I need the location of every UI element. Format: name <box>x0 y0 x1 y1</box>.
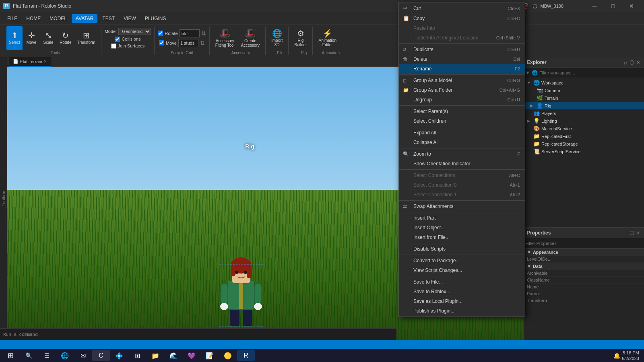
start-button[interactable]: ⊞ <box>2 350 19 361</box>
move-tool-button[interactable]: ✛ Move <box>23 26 39 50</box>
create-accessory-button[interactable]: 🎩 Create Accessory <box>239 26 262 50</box>
tree-item-lighting[interactable]: ▶ 💡 Lighting <box>524 117 644 125</box>
sticky-notes-taskbar-button[interactable]: 📝 <box>201 350 219 361</box>
notification-icon[interactable]: 🔔 <box>613 352 620 359</box>
roblox-taskbar-button[interactable]: R <box>237 350 255 361</box>
context-view-script-changes[interactable]: View Script Changes... <box>399 265 525 275</box>
file-explorer-taskbar-button[interactable]: 📁 <box>147 350 164 361</box>
rotate-snap-checkbox[interactable] <box>158 31 163 36</box>
context-group-folder[interactable]: 📁 Group As a Folder Ctrl+Alt+G <box>399 85 525 95</box>
properties-popout-button[interactable]: ⬡ <box>629 230 635 236</box>
rotate-value-input[interactable] <box>180 29 200 37</box>
filter-icon: ▼ <box>525 70 530 76</box>
close-button[interactable]: ✕ <box>622 0 641 12</box>
context-group-model[interactable]: ◻ Group As a Model Ctrl+G <box>399 76 525 85</box>
import-3d-button[interactable]: 🌐 Import 3D <box>269 26 285 50</box>
menu-view[interactable]: VIEW <box>120 14 140 23</box>
explorer-filter-input[interactable] <box>539 70 642 75</box>
menu-file[interactable]: FILE <box>3 14 21 23</box>
tree-item-players[interactable]: 👥 Players <box>524 109 644 117</box>
tree-item-terrain[interactable]: 🌿 Terrain <box>524 94 644 102</box>
menu-model[interactable]: MODEL <box>45 14 71 23</box>
context-convert-to-package[interactable]: Convert to Package... <box>399 256 525 265</box>
edge-taskbar-button[interactable]: 🌊 <box>165 350 182 361</box>
context-save-to-file[interactable]: Save to File... <box>399 277 525 287</box>
minimize-button[interactable]: ─ <box>585 0 604 12</box>
context-insert-part[interactable]: Insert Part <box>399 213 525 223</box>
tree-item-workspace[interactable]: ▼ 🌐 Workspace <box>524 79 644 86</box>
windows-store-taskbar-button[interactable]: ⊞ <box>128 350 146 361</box>
vs-taskbar-button[interactable]: 💜 <box>183 350 200 361</box>
rig-builder-button[interactable]: ⚙ Rig Builder <box>292 26 309 50</box>
canva-taskbar-button[interactable]: C <box>92 350 110 361</box>
transform-tool-button[interactable]: ⊞ Transform <box>74 26 97 50</box>
data-section-header[interactable]: ▼ Data <box>524 263 644 270</box>
menu-home[interactable]: HOME <box>22 14 45 23</box>
tree-item-camera[interactable]: 📷 Camera <box>524 86 644 94</box>
context-rename[interactable]: Rename F2 <box>399 64 525 74</box>
tree-item-materialservice[interactable]: 🎨 MaterialService <box>524 125 644 132</box>
group-model-label: Group As a Model <box>413 78 504 83</box>
select-connections-shortcut: Alt+C <box>509 173 520 178</box>
flat-terrain-tab[interactable]: 📄 Flat Terrain × <box>9 57 51 67</box>
output-prompt[interactable]: Run a command <box>3 332 38 337</box>
workspace-arrow: ▼ <box>527 80 532 85</box>
context-disable-scripts[interactable]: Disable Scripts <box>399 244 525 254</box>
tab-close-button[interactable]: × <box>44 59 47 64</box>
tree-item-serverscriptservice[interactable]: 📜 ServerScriptService <box>524 148 644 155</box>
move-value-input[interactable] <box>178 39 198 47</box>
menu-plugins[interactable]: PLUGINS <box>141 14 170 23</box>
app-yellow-taskbar-button[interactable]: 🟡 <box>219 350 237 361</box>
properties-close-button[interactable]: × <box>636 230 641 236</box>
context-insert-from-file[interactable]: Insert from File... <box>399 232 525 242</box>
context-insert-object[interactable]: Insert Object... <box>399 223 525 232</box>
context-collapse-all[interactable]: Collapse All <box>399 138 525 147</box>
context-select-children[interactable]: Select Children <box>399 116 525 126</box>
context-expand-all[interactable]: Expand All <box>399 128 525 138</box>
tree-item-replicatedfirst[interactable]: 📁 ReplicatedFirst <box>524 132 644 140</box>
search-button[interactable]: 🔍 <box>20 350 37 361</box>
tree-item-rig[interactable]: ▶ 👤 Rig <box>524 102 644 109</box>
collisions-checkbox[interactable] <box>115 37 120 42</box>
context-cut[interactable]: ✂ Cut Ctrl+X <box>399 3 525 13</box>
explorer-close-button[interactable]: × <box>636 59 641 66</box>
properties-controls: ⬡ × <box>629 230 641 236</box>
tree-item-replicatedstorage[interactable]: 📁 ReplicatedStorage <box>524 140 644 148</box>
context-duplicate[interactable]: ⧉ Duplicate Ctrl+D <box>399 45 525 54</box>
context-show-orientation[interactable]: Show Orientation Indicator <box>399 159 525 169</box>
explorer-filter-button[interactable]: ⌕ <box>623 59 628 66</box>
explorer-popout-button[interactable]: ⬡ <box>629 59 635 66</box>
context-delete[interactable]: 🗑 Delete Del <box>399 54 525 64</box>
context-save-to-roblox[interactable]: Save to Roblox... <box>399 287 525 296</box>
appearance-section-header[interactable]: ▼ Appearance <box>524 249 644 256</box>
parent-name: Parent <box>527 291 567 296</box>
maximize-button[interactable]: □ <box>604 0 622 12</box>
context-zoom-to[interactable]: 🔍 Zoom to F <box>399 149 525 159</box>
menu-test[interactable]: TEST <box>98 14 119 23</box>
scale-tool-button[interactable]: ⤡ Scale <box>40 26 56 50</box>
chrome-taskbar-button[interactable]: 🌐 <box>56 350 74 361</box>
properties-filter-input[interactable] <box>525 241 642 246</box>
join-surfaces-checkbox[interactable] <box>111 43 116 49</box>
zoom-to-shortcut: F <box>517 152 520 156</box>
accessory-fitting-button[interactable]: 🎩 Accessory Fitting Tool <box>213 26 237 50</box>
rotate-spinner[interactable]: ⇅ <box>201 30 206 37</box>
select-tool-button[interactable]: ⬆ Select <box>6 26 23 50</box>
mode-select[interactable]: Geometric <box>118 28 151 35</box>
mail-taskbar-button[interactable]: ✉ <box>74 350 92 361</box>
menubar: FILE HOME MODEL AVATAR TEST VIEW PLUGINS <box>0 12 644 25</box>
vscode-taskbar-button[interactable]: 💠 <box>110 350 128 361</box>
context-copy[interactable]: 📋 Copy Ctrl+C <box>399 13 525 23</box>
context-publish-as-plugin[interactable]: Publish as Plugin... <box>399 306 525 316</box>
animation-editor-button[interactable]: ⚡ Animation Editor <box>316 26 339 50</box>
move-spinner[interactable]: ⇅ <box>200 40 205 46</box>
context-swap-attachments[interactable]: ⇄ Swap Attachments <box>399 202 525 211</box>
menu-avatar[interactable]: AVATAR <box>72 14 97 23</box>
context-save-as-local-plugin[interactable]: Save as Local Plugin... <box>399 296 525 306</box>
move-snap-checkbox[interactable] <box>159 40 164 45</box>
context-select-parents[interactable]: Select Parent(s) <box>399 107 525 116</box>
task-view-button[interactable]: ☰ <box>38 350 56 361</box>
rotate-tool-button[interactable]: ↻ Rotate <box>57 26 74 50</box>
toolbox-label[interactable]: Toolbox <box>0 188 7 210</box>
context-ungroup[interactable]: Ungroup Ctrl+U <box>399 95 525 105</box>
